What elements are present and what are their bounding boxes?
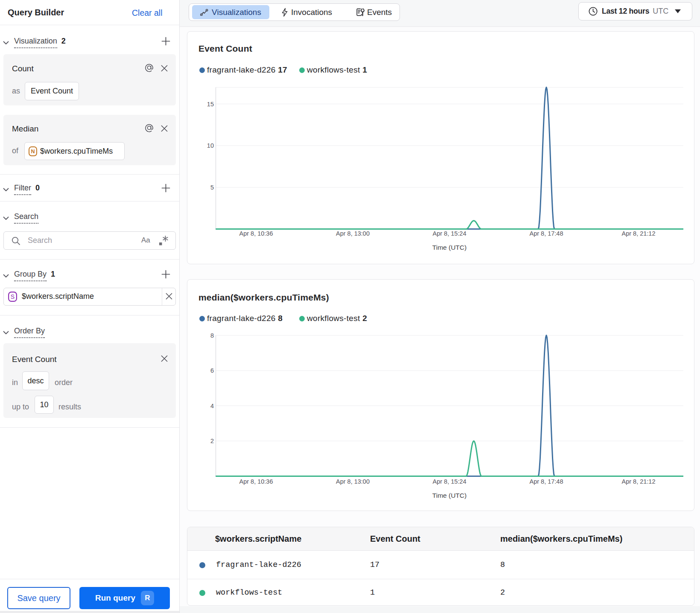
svg-text:15: 15 (207, 101, 214, 108)
svg-text:Apr 8, 15:24: Apr 8, 15:24 (433, 230, 467, 237)
svg-text:S: S (11, 293, 15, 300)
svg-text:8: 8 (210, 332, 214, 339)
svg-text:Apr 8, 17:48: Apr 8, 17:48 (530, 478, 563, 485)
svg-text:Time (UTC): Time (UTC) (432, 244, 467, 251)
svg-text:Apr 8, 15:24: Apr 8, 15:24 (433, 478, 467, 485)
svg-text:Apr 8, 21:12: Apr 8, 21:12 (622, 230, 656, 237)
svg-text:Apr 8, 17:48: Apr 8, 17:48 (530, 230, 563, 237)
svg-text:5: 5 (210, 184, 214, 191)
svg-text:6: 6 (210, 367, 214, 374)
svg-text:Apr 8, 10:36: Apr 8, 10:36 (239, 478, 273, 485)
svg-text:N: N (31, 149, 35, 155)
svg-text:10: 10 (207, 142, 214, 149)
svg-text:Time (UTC): Time (UTC) (432, 492, 467, 499)
svg-text:Apr 8, 21:12: Apr 8, 21:12 (622, 478, 656, 485)
svg-text:2: 2 (210, 438, 214, 444)
svg-text:Apr 8, 13:00: Apr 8, 13:00 (336, 230, 370, 237)
svg-text:Apr 8, 13:00: Apr 8, 13:00 (336, 478, 370, 485)
svg-text:4: 4 (210, 403, 214, 409)
svg-text:Apr 8, 10:36: Apr 8, 10:36 (239, 230, 273, 237)
